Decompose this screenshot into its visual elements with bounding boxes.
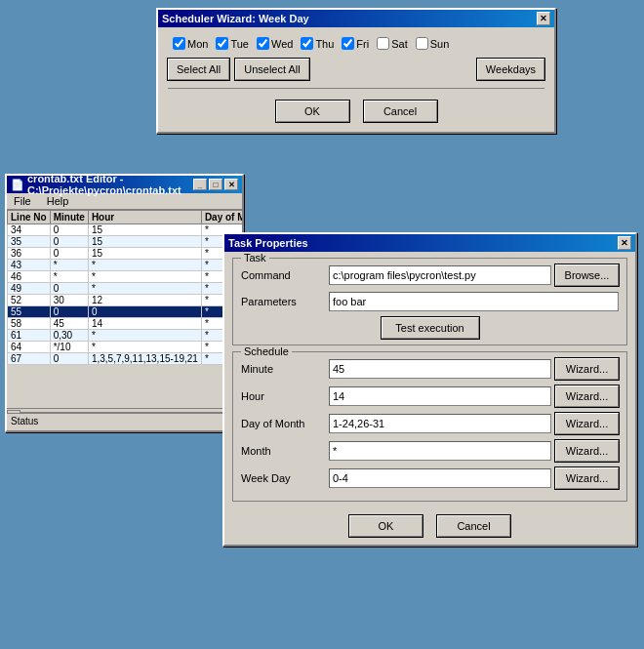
checkbox-fri-input[interactable] [342,37,354,50]
scheduler-close-button[interactable]: ✕ [537,12,550,25]
table-cell: * [88,330,201,342]
col-dom: Day of Month [201,211,242,224]
table-cell: 46 [8,271,51,283]
scheduler-dialog: Scheduler Wizard: Week Day ✕ Mon Tue Wed… [156,8,556,134]
status-bar: Status [7,413,242,430]
table-cell: 35 [8,236,51,248]
status-text: Status [11,416,38,426]
table-row[interactable]: 584514*** [8,318,243,330]
crontab-table-scroll[interactable]: Line No Minute Hour Day of Month Month W… [7,210,242,408]
crontab-icon: 📄 [11,179,24,191]
table-row[interactable]: 46***** [8,271,243,283]
menu-file[interactable]: File [11,194,34,208]
checkbox-wed[interactable]: Wed [257,37,293,50]
task-properties-dialog: Task Properties ✕ Task Command Browse...… [222,232,637,547]
checkbox-mon-input[interactable] [173,37,185,50]
parameters-input[interactable] [329,292,619,311]
checkbox-sat-input[interactable] [377,37,389,50]
month-row: Month Wizard... [241,440,619,462]
table-row[interactable]: 36015**0,2 [8,248,243,260]
table-row[interactable]: 35015**0,2c:\winxp\system32\cmd.exe /c [8,236,243,248]
browse-button[interactable]: Browse... [555,264,619,286]
checkbox-sun[interactable]: Sun [416,37,450,50]
crontab-maximize-button[interactable]: □ [209,179,222,190]
table-cell: 1,3,5,7,9,11,13,15-19,21 [88,353,201,365]
task-cancel-button[interactable]: Cancel [437,515,510,537]
dom-input-area: Wizard... [329,413,619,434]
schedule-section-box: Schedule Minute Wizard... Hour Wizard...… [232,351,627,502]
table-row[interactable]: 6701,3,5,7,9,11,13,15-19,21*** [8,353,243,365]
task-ok-button[interactable]: OK [349,515,423,537]
checkbox-wed-input[interactable] [257,37,269,50]
scheduler-ok-button[interactable]: OK [276,101,349,122]
crontab-title-buttons: _ □ ✕ [193,179,238,190]
table-cell: 14 [88,318,201,330]
table-row[interactable]: 523012*** [8,295,243,306]
command-input[interactable] [329,265,551,285]
crontab-close-button[interactable]: ✕ [224,179,238,190]
table-row[interactable]: 43***** [8,260,243,271]
table-cell: 0 [50,236,88,248]
command-label: Command [241,269,329,281]
select-all-button[interactable]: Select All [168,59,229,80]
checkbox-thu[interactable]: Thu [301,37,334,50]
checkbox-fri[interactable]: Fri [342,37,369,50]
table-row[interactable]: 610,30**** [8,330,243,342]
weekday-input[interactable] [329,468,551,488]
col-lineno: Line No [8,211,51,224]
command-row: Command Browse... [241,264,619,286]
weekday-wizard-button[interactable]: Wizard... [555,467,619,489]
test-execution-button[interactable]: Test execution [382,317,479,339]
month-wizard-button[interactable]: Wizard... [555,440,619,462]
scheduler-cancel-button[interactable]: Cancel [364,101,437,122]
minute-input[interactable] [329,359,551,379]
unselect-all-button[interactable]: Unselect All [235,59,308,80]
table-cell: * [88,342,201,353]
minute-input-area: Wizard... [329,358,619,380]
hour-wizard-button[interactable]: Wizard... [555,385,619,407]
dom-label: Day of Month [241,418,329,429]
table-cell: 0,30 [50,330,88,342]
table-cell: * [50,271,88,283]
task-section-label: Task [241,252,269,264]
table-row[interactable]: 490**** [8,283,243,295]
checkbox-mon[interactable]: Mon [173,37,208,50]
checkbox-sat[interactable]: Sat [377,37,408,50]
checkbox-tue[interactable]: Tue [216,37,249,50]
dom-wizard-button[interactable]: Wizard... [555,413,619,434]
crontab-minimize-button[interactable]: _ [193,179,207,190]
table-cell: * [50,260,88,271]
table-header-row: Line No Minute Hour Day of Month Month W… [8,211,243,224]
table-cell: */10 [50,342,88,353]
scheduler-title: Scheduler Wizard: Week Day [162,13,537,24]
hour-input[interactable] [329,386,551,406]
minute-wizard-button[interactable]: Wizard... [555,358,619,380]
task-close-button[interactable]: ✕ [618,236,631,250]
crontab-title: crontab.txt Editor - C:\Projekte\pycron\… [27,173,193,196]
table-cell: 0 [50,306,88,318]
parameters-row: Parameters [241,292,619,311]
table-row[interactable]: 34015**0,2c:\winxp\system32\cmd.exe /c [8,224,243,236]
table-cell: 15 [88,248,201,260]
table-cell: 15 [88,236,201,248]
task-titlebar: Task Properties ✕ [224,234,635,252]
scheduler-action-buttons: Select All Unselect All Weekdays [158,55,554,84]
dom-row: Day of Month Wizard... [241,413,619,434]
scheduler-ok-row: OK Cancel [158,93,554,132]
checkbox-tue-input[interactable] [216,37,228,50]
checkbox-sun-input[interactable] [416,37,428,50]
table-row[interactable]: 5500*** [8,306,243,318]
month-input[interactable] [329,441,551,461]
table-cell: 0 [50,248,88,260]
table-row[interactable]: 64*/10**** [8,342,243,353]
menu-help[interactable]: Help [44,194,72,208]
weekdays-button[interactable]: Weekdays [477,59,544,80]
table-cell: 0 [88,306,201,318]
task-section-box: Task Command Browse... Parameters Test e… [232,258,627,345]
dom-input[interactable] [329,414,551,433]
checkbox-thu-input[interactable] [301,37,313,50]
weekday-row: Week Day Wizard... [241,467,619,489]
table-cell: 0 [50,224,88,236]
scheduler-titlebar: Scheduler Wizard: Week Day ✕ [158,10,554,27]
table-cell: 43 [8,260,51,271]
